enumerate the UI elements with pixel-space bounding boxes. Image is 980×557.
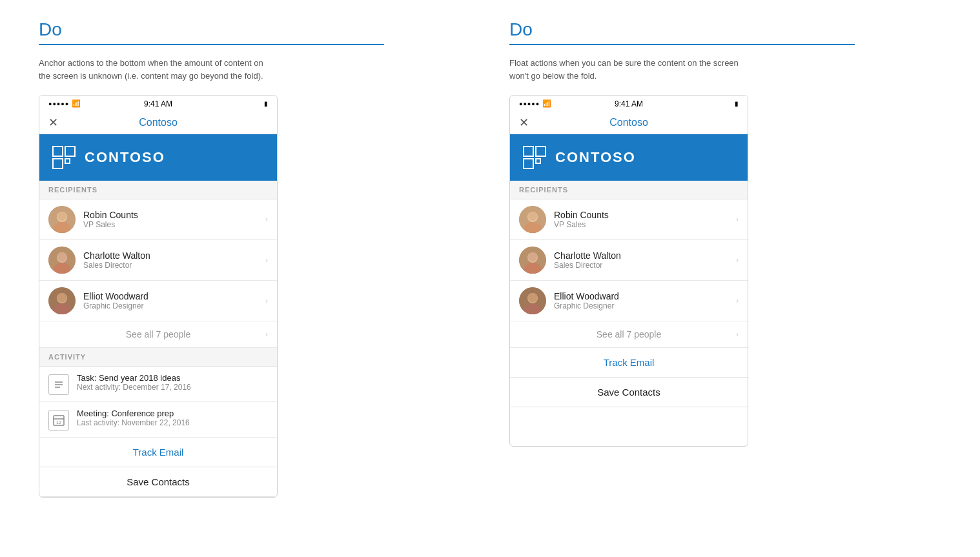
- left-track-email-button[interactable]: Track Email: [39, 438, 277, 467]
- svg-point-11: [57, 252, 66, 261]
- left-person-elliot[interactable]: Elliot Woodward Graphic Designer ›: [39, 281, 277, 321]
- right-person-role-robin: VP Sales: [554, 220, 728, 229]
- right-avatar-charlotte: [519, 247, 546, 274]
- left-nav-bar: ✕ Contoso: [39, 112, 277, 134]
- right-person-name-robin: Robin Counts: [554, 210, 728, 220]
- right-chevron-elliot: ›: [736, 296, 739, 305]
- right-status-bar: ●●●●● 📶 9:41 AM ▮: [510, 96, 748, 112]
- left-chevron-robin: ›: [265, 215, 268, 224]
- left-signal-dots: ●●●●●: [48, 101, 69, 107]
- left-activity-meeting-sub: Last activity: November 22, 2016: [77, 418, 268, 427]
- left-close-button[interactable]: ✕: [48, 116, 58, 130]
- svg-text:12: 12: [56, 420, 61, 425]
- left-chevron-elliot: ›: [265, 296, 268, 305]
- left-nav-title: Contoso: [139, 117, 178, 128]
- right-person-robin[interactable]: Robin Counts VP Sales ›: [510, 199, 748, 240]
- left-activity-meeting[interactable]: 12 Meeting: Conference prep Last activit…: [39, 402, 277, 438]
- svg-point-7: [57, 212, 66, 221]
- left-activity-header: ACTIVITY: [39, 348, 277, 367]
- left-meeting-icon: 12: [48, 410, 69, 430]
- right-person-info-charlotte: Charlotte Walton Sales Director: [554, 250, 728, 270]
- left-see-all-chevron: ›: [265, 330, 268, 339]
- left-column: Do Anchor actions to the bottom when the…: [39, 19, 471, 498]
- right-avatar-elliot: [519, 287, 546, 314]
- right-chevron-charlotte: ›: [736, 256, 739, 265]
- left-title: Do: [39, 19, 384, 45]
- left-activity-task-sub: Next activity: December 17, 2016: [77, 383, 268, 392]
- left-see-all[interactable]: See all 7 people ›: [39, 321, 277, 348]
- left-avatar-charlotte: [48, 247, 76, 274]
- right-person-info-robin: Robin Counts VP Sales: [554, 210, 728, 229]
- right-chevron-robin: ›: [736, 215, 739, 224]
- left-avatar-robin: [48, 206, 76, 233]
- svg-point-33: [528, 252, 537, 261]
- right-column: Do Float actions when you can be sure th…: [509, 19, 941, 498]
- svg-rect-23: [524, 159, 533, 168]
- left-app-logo-icon: [52, 146, 76, 169]
- svg-rect-1: [53, 159, 63, 168]
- left-person-name-charlotte: Charlotte Walton: [83, 250, 258, 261]
- svg-rect-25: [536, 159, 540, 163]
- right-person-charlotte[interactable]: Charlotte Walton Sales Director ›: [510, 240, 748, 281]
- left-person-robin[interactable]: Robin Counts VP Sales ›: [39, 199, 277, 240]
- left-status-left: ●●●●● 📶: [48, 99, 81, 108]
- left-activity-meeting-info: Meeting: Conference prep Last activity: …: [77, 409, 268, 427]
- left-time: 9:41 AM: [144, 99, 172, 108]
- left-bottom-actions: Track Email Save Contacts: [39, 438, 277, 497]
- right-person-role-elliot: Graphic Designer: [554, 301, 728, 310]
- left-activity-task[interactable]: Task: Send year 2018 ideas Next activity…: [39, 367, 277, 402]
- left-recipients-header: RECIPIENTS: [39, 181, 277, 199]
- left-person-role-elliot: Graphic Designer: [83, 301, 258, 310]
- right-wifi-icon: 📶: [542, 99, 551, 108]
- left-wifi-icon: 📶: [72, 99, 81, 108]
- right-save-contacts-button[interactable]: Save Contacts: [510, 378, 748, 407]
- left-person-charlotte[interactable]: Charlotte Walton Sales Director ›: [39, 240, 277, 281]
- right-see-all-text: See all 7 people: [597, 329, 661, 339]
- right-avatar-robin: [519, 206, 546, 233]
- left-save-contacts-button[interactable]: Save Contacts: [39, 467, 277, 497]
- right-app-name: CONTOSO: [555, 149, 636, 166]
- left-task-icon: [48, 374, 69, 395]
- left-description: Anchor actions to the bottom when the am…: [39, 57, 271, 82]
- right-app-header: CONTOSO: [510, 134, 748, 181]
- left-activity-task-title: Task: Send year 2018 ideas: [77, 373, 268, 383]
- right-nav-bar: ✕ Contoso: [510, 112, 748, 134]
- left-activity-meeting-title: Meeting: Conference prep: [77, 409, 268, 418]
- left-app-header: CONTOSO: [39, 134, 277, 181]
- left-avatar-elliot: [48, 287, 76, 314]
- right-track-email-button[interactable]: Track Email: [510, 348, 748, 378]
- left-see-all-text: See all 7 people: [126, 329, 190, 339]
- left-person-info-charlotte: Charlotte Walton Sales Director: [83, 250, 258, 270]
- right-title: Do: [509, 19, 855, 45]
- right-close-button[interactable]: ✕: [519, 116, 529, 130]
- left-person-info-elliot: Elliot Woodward Graphic Designer: [83, 291, 258, 310]
- left-battery-icon: ▮: [264, 100, 268, 107]
- left-person-role-robin: VP Sales: [83, 220, 258, 229]
- svg-rect-3: [65, 159, 70, 163]
- svg-rect-24: [536, 147, 546, 156]
- right-person-role-charlotte: Sales Director: [554, 261, 728, 270]
- right-spacer: [510, 407, 748, 446]
- right-description: Float actions when you can be sure the c…: [509, 57, 742, 82]
- left-person-role-charlotte: Sales Director: [83, 261, 258, 270]
- right-battery-icon: ▮: [735, 100, 739, 107]
- left-phone-frame: ●●●●● 📶 9:41 AM ▮ ✕ Contoso CONTOSO RECI…: [39, 95, 278, 498]
- right-person-info-elliot: Elliot Woodward Graphic Designer: [554, 291, 728, 310]
- right-see-all[interactable]: See all 7 people ›: [510, 321, 748, 348]
- svg-point-37: [528, 293, 537, 302]
- right-time: 9:41 AM: [615, 99, 643, 108]
- left-activity-task-info: Task: Send year 2018 ideas Next activity…: [77, 373, 268, 392]
- left-app-name: CONTOSO: [85, 149, 165, 166]
- right-signal-dots: ●●●●●: [519, 101, 540, 107]
- right-recipients-header: RECIPIENTS: [510, 181, 748, 199]
- svg-rect-0: [53, 147, 63, 156]
- left-person-name-robin: Robin Counts: [83, 210, 258, 220]
- right-person-elliot[interactable]: Elliot Woodward Graphic Designer ›: [510, 281, 748, 321]
- svg-rect-22: [524, 147, 533, 156]
- right-app-logo-icon: [523, 146, 546, 169]
- right-person-name-charlotte: Charlotte Walton: [554, 250, 728, 261]
- right-see-all-chevron: ›: [736, 330, 739, 339]
- left-status-bar: ●●●●● 📶 9:41 AM ▮: [39, 96, 277, 112]
- right-status-left: ●●●●● 📶: [519, 99, 551, 108]
- svg-point-29: [528, 212, 537, 221]
